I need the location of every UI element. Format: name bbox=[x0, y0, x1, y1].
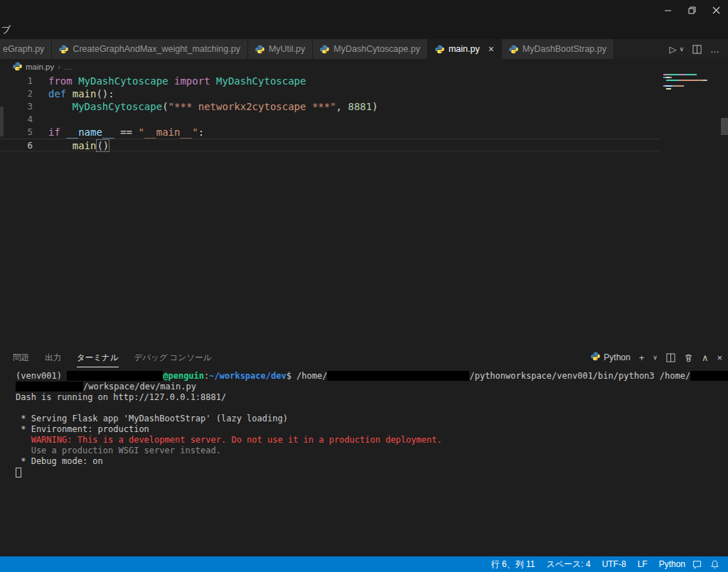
more-actions-button[interactable]: … bbox=[710, 44, 719, 55]
close-window-button[interactable] bbox=[704, 0, 728, 20]
tab-list: eGraph.pyCreateGraphAndMax_weight_matchi… bbox=[0, 39, 660, 59]
terminal-text: $ bbox=[287, 371, 296, 381]
terminal-line: (venv001) @penguin:~/workspace/dev$ /hom… bbox=[16, 371, 727, 382]
editor-tab-bar: eGraph.pyCreateGraphAndMax_weight_matchi… bbox=[0, 39, 728, 59]
terminal-text: /pythonworkspace/venv001/bin/python3 /ho… bbox=[469, 371, 690, 381]
python-icon bbox=[13, 62, 22, 72]
breadcrumb-file[interactable]: main.py bbox=[26, 63, 54, 71]
tab-label: MyDashCytoscape.py bbox=[333, 44, 420, 54]
code-line-4[interactable]: 4 bbox=[0, 113, 661, 126]
title-bar bbox=[0, 0, 728, 20]
terminal-cursor bbox=[16, 468, 21, 477]
tab-main.py[interactable]: main.py× bbox=[428, 39, 502, 59]
status-bar: 行 6、列 11スペース: 4UTF-8LFPython bbox=[0, 556, 728, 572]
close-icon bbox=[712, 6, 720, 14]
terminal-line: WARNING: This is a development server. D… bbox=[16, 435, 727, 446]
code-text: def main(): bbox=[33, 87, 114, 100]
redacted-text bbox=[16, 382, 83, 392]
terminal-text: ~/workspace/dev bbox=[209, 371, 286, 381]
encoding-indicator[interactable]: UTF-8 bbox=[602, 559, 626, 569]
code-line-2[interactable]: 2def main(): bbox=[0, 87, 661, 100]
tab-label: eGraph.py bbox=[3, 44, 44, 54]
eol-indicator[interactable]: LF bbox=[638, 559, 648, 569]
tab-label: CreateGraphAndMax_weight_matching.py bbox=[73, 44, 240, 54]
tab-label: MyDashBootStrap.py bbox=[523, 44, 606, 54]
terminal-line: Dash is running on http://127.0.0.1:8881… bbox=[16, 392, 727, 403]
redacted-text bbox=[690, 371, 728, 381]
tab-eGraph.py[interactable]: eGraph.py bbox=[0, 39, 52, 59]
terminal-text: /home/ bbox=[296, 371, 327, 381]
minimap[interactable] bbox=[663, 74, 720, 91]
code-line-3[interactable]: 3 MyDashCytoscape("*** networkx2cytoscap… bbox=[0, 100, 661, 113]
tab-MyDashBootStrap.py[interactable]: MyDashBootStrap.py bbox=[502, 39, 614, 59]
terminal-line: * Serving Flask app 'MyDashBootStrap' (l… bbox=[16, 414, 727, 424]
panel-header: 問題出力ターミナルデバッグ コンソール Python + ∨ ∧ × bbox=[0, 347, 728, 368]
menu-bar: ブ bbox=[0, 20, 728, 39]
terminal-text: * Serving Flask app 'MyDashBootStrap' (l… bbox=[16, 414, 288, 423]
panel-tab-terminal[interactable]: ターミナル bbox=[77, 348, 119, 367]
kill-terminal-button[interactable] bbox=[684, 353, 693, 362]
status-items: 行 6、列 11スペース: 4UTF-8LFPython bbox=[491, 558, 685, 571]
terminal-text: WARNING: This is a development server. D… bbox=[16, 435, 442, 445]
terminal-output[interactable]: (venv001) @penguin:~/workspace/dev$ /hom… bbox=[16, 371, 727, 477]
notifications-button[interactable] bbox=[710, 560, 719, 569]
line-number: 3 bbox=[0, 100, 33, 113]
run-dropdown-chevron-icon[interactable]: ∨ bbox=[679, 45, 684, 53]
split-terminal-button[interactable] bbox=[666, 353, 675, 362]
terminal-cursor-line bbox=[16, 467, 727, 477]
language-indicator[interactable]: Python bbox=[659, 559, 685, 569]
breadcrumb: main.py › … bbox=[0, 59, 728, 75]
tab-label: MyUtil.py bbox=[269, 44, 305, 54]
feedback-button[interactable] bbox=[692, 560, 702, 569]
terminal-line: /workspace/dev/main.py bbox=[16, 382, 727, 392]
line-number: 5 bbox=[0, 126, 33, 139]
code-text: from MyDashCytoscape import MyDashCytosc… bbox=[33, 75, 306, 87]
terminal-text: * Debug mode: on bbox=[16, 456, 103, 466]
bell-icon bbox=[710, 560, 719, 569]
code-lines: 1from MyDashCytoscape import MyDashCytos… bbox=[0, 75, 661, 151]
python-icon bbox=[509, 45, 518, 54]
minimize-button[interactable] bbox=[655, 0, 680, 20]
launch-profile-chevron-icon[interactable]: ∨ bbox=[653, 354, 658, 361]
close-tab-icon[interactable]: × bbox=[488, 43, 494, 55]
panel-tabs: 問題出力ターミナルデバッグ コンソール bbox=[13, 348, 211, 367]
code-line-6[interactable]: 6 main() bbox=[0, 139, 661, 151]
shell-label: Python bbox=[604, 352, 630, 362]
terminal-text: * Environment: production bbox=[16, 424, 149, 434]
terminal-shell-select[interactable]: Python bbox=[591, 352, 630, 363]
indentation-indicator[interactable]: スペース: 4 bbox=[546, 558, 590, 571]
code-line-5[interactable]: 5if __name__ == "__main__": bbox=[0, 126, 661, 139]
split-editor-icon bbox=[692, 45, 702, 54]
tab-label: main.py bbox=[449, 44, 480, 54]
editor-scrollbar[interactable] bbox=[721, 118, 728, 135]
menu-overflow-label[interactable]: ブ bbox=[1, 23, 11, 36]
trash-icon bbox=[684, 353, 693, 362]
panel-tab-debug-console[interactable]: デバッグ コンソール bbox=[134, 348, 212, 367]
chevron-right-icon: › bbox=[58, 63, 60, 71]
cursor-position-indicator[interactable]: 行 6、列 11 bbox=[491, 558, 535, 571]
code-text: if __name__ == "__main__": bbox=[33, 126, 204, 139]
panel-tab-problems[interactable]: 問題 bbox=[13, 348, 29, 367]
line-number: 1 bbox=[0, 75, 33, 87]
code-text: MyDashCytoscape("*** networkx2cytoscape … bbox=[33, 100, 378, 113]
restore-button[interactable] bbox=[680, 0, 704, 20]
split-editor-button[interactable] bbox=[692, 45, 702, 54]
maximize-panel-button[interactable]: ∧ bbox=[702, 352, 709, 363]
close-panel-button[interactable]: × bbox=[717, 352, 722, 363]
python-icon bbox=[59, 45, 68, 54]
breadcrumb-more[interactable]: … bbox=[64, 63, 73, 71]
code-line-1[interactable]: 1from MyDashCytoscape import MyDashCytos… bbox=[0, 75, 661, 87]
tab-MyUtil.py[interactable]: MyUtil.py bbox=[248, 39, 313, 59]
redacted-text bbox=[327, 371, 469, 381]
tab-MyDashCytoscape.py[interactable]: MyDashCytoscape.py bbox=[313, 39, 428, 59]
terminal-line bbox=[16, 403, 727, 414]
left-edge-strip bbox=[0, 107, 4, 136]
tab-CreateGraphAndMax_weight_matching.py[interactable]: CreateGraphAndMax_weight_matching.py bbox=[52, 39, 248, 59]
run-python-file-button[interactable]: ▷ bbox=[669, 44, 676, 55]
code-text bbox=[33, 113, 48, 126]
terminal-text: Use a production WSGI server instead. bbox=[16, 446, 221, 455]
new-terminal-button[interactable]: + bbox=[639, 352, 645, 363]
panel-tab-output[interactable]: 出力 bbox=[45, 348, 61, 367]
split-terminal-icon bbox=[666, 353, 675, 362]
code-editor[interactable]: 1from MyDashCytoscape import MyDashCytos… bbox=[0, 75, 661, 151]
